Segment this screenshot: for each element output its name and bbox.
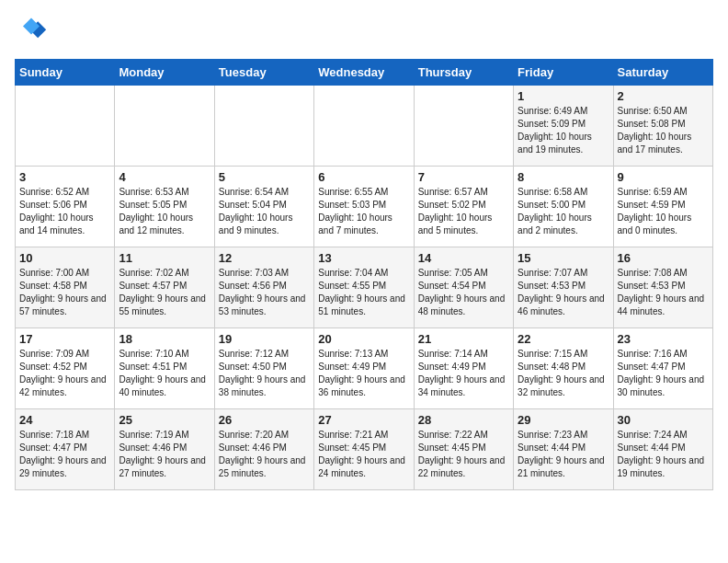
day-number: 1	[518, 89, 609, 103]
day-number: 3	[19, 170, 110, 184]
day-number: 16	[618, 251, 709, 265]
calendar-cell: 11Sunrise: 7:02 AMSunset: 4:57 PMDayligh…	[115, 247, 214, 328]
calendar-cell: 21Sunrise: 7:14 AMSunset: 4:49 PMDayligh…	[414, 328, 513, 409]
logo-icon	[15, 15, 48, 48]
calendar-cell: 27Sunrise: 7:21 AMSunset: 4:45 PMDayligh…	[314, 409, 414, 490]
calendar-cell	[214, 86, 313, 167]
weekday-header-friday: Friday	[514, 60, 613, 86]
day-info: Sunrise: 6:50 AMSunset: 5:08 PMDaylight:…	[618, 105, 709, 156]
day-number: 18	[119, 332, 210, 346]
weekday-header-sunday: Sunday	[16, 60, 115, 86]
day-number: 19	[219, 332, 310, 346]
calendar-cell: 14Sunrise: 7:05 AMSunset: 4:54 PMDayligh…	[414, 247, 513, 328]
day-info: Sunrise: 7:07 AMSunset: 4:53 PMDaylight:…	[518, 267, 609, 318]
day-number: 23	[618, 332, 709, 346]
calendar-cell: 25Sunrise: 7:19 AMSunset: 4:46 PMDayligh…	[115, 409, 214, 490]
calendar-cell: 12Sunrise: 7:03 AMSunset: 4:56 PMDayligh…	[214, 247, 313, 328]
calendar-cell: 8Sunrise: 6:58 AMSunset: 5:00 PMDaylight…	[514, 167, 613, 247]
calendar-cell: 6Sunrise: 6:55 AMSunset: 5:03 PMDaylight…	[314, 167, 414, 247]
day-info: Sunrise: 6:59 AMSunset: 4:59 PMDaylight:…	[618, 186, 709, 237]
calendar-cell: 29Sunrise: 7:23 AMSunset: 4:44 PMDayligh…	[514, 409, 613, 490]
day-info: Sunrise: 6:53 AMSunset: 5:05 PMDaylight:…	[119, 186, 210, 237]
calendar-week-row: 24Sunrise: 7:18 AMSunset: 4:47 PMDayligh…	[16, 409, 713, 490]
day-number: 24	[19, 413, 110, 427]
calendar-cell: 15Sunrise: 7:07 AMSunset: 4:53 PMDayligh…	[514, 247, 613, 328]
day-number: 26	[219, 413, 310, 427]
calendar-cell: 17Sunrise: 7:09 AMSunset: 4:52 PMDayligh…	[16, 328, 115, 409]
day-info: Sunrise: 6:55 AMSunset: 5:03 PMDaylight:…	[318, 186, 409, 237]
day-info: Sunrise: 6:58 AMSunset: 5:00 PMDaylight:…	[518, 186, 609, 237]
calendar-cell: 7Sunrise: 6:57 AMSunset: 5:02 PMDaylight…	[414, 167, 513, 247]
calendar-cell: 19Sunrise: 7:12 AMSunset: 4:50 PMDayligh…	[214, 328, 313, 409]
day-number: 4	[119, 170, 210, 184]
calendar-cell: 10Sunrise: 7:00 AMSunset: 4:58 PMDayligh…	[16, 247, 115, 328]
day-number: 29	[518, 413, 609, 427]
calendar-week-row: 10Sunrise: 7:00 AMSunset: 4:58 PMDayligh…	[16, 247, 713, 328]
weekday-header-monday: Monday	[115, 60, 214, 86]
day-number: 7	[418, 170, 509, 184]
day-number: 20	[318, 332, 409, 346]
calendar-cell	[16, 86, 115, 167]
day-info: Sunrise: 7:16 AMSunset: 4:47 PMDaylight:…	[618, 348, 709, 399]
day-number: 15	[518, 251, 609, 265]
day-info: Sunrise: 7:23 AMSunset: 4:44 PMDaylight:…	[518, 429, 609, 480]
logo	[15, 15, 51, 48]
weekday-header-saturday: Saturday	[613, 60, 712, 86]
calendar-week-row: 3Sunrise: 6:52 AMSunset: 5:06 PMDaylight…	[16, 167, 713, 247]
day-info: Sunrise: 7:24 AMSunset: 4:44 PMDaylight:…	[618, 429, 709, 480]
calendar-cell: 24Sunrise: 7:18 AMSunset: 4:47 PMDayligh…	[16, 409, 115, 490]
calendar-cell: 1Sunrise: 6:49 AMSunset: 5:09 PMDaylight…	[514, 86, 613, 167]
day-info: Sunrise: 6:52 AMSunset: 5:06 PMDaylight:…	[19, 186, 110, 237]
calendar-week-row: 1Sunrise: 6:49 AMSunset: 5:09 PMDaylight…	[16, 86, 713, 167]
day-number: 9	[618, 170, 709, 184]
calendar-body: 1Sunrise: 6:49 AMSunset: 5:09 PMDaylight…	[16, 86, 713, 490]
day-info: Sunrise: 7:02 AMSunset: 4:57 PMDaylight:…	[119, 267, 210, 318]
calendar-cell: 23Sunrise: 7:16 AMSunset: 4:47 PMDayligh…	[613, 328, 712, 409]
day-number: 12	[219, 251, 310, 265]
day-info: Sunrise: 6:57 AMSunset: 5:02 PMDaylight:…	[418, 186, 509, 237]
day-number: 27	[318, 413, 409, 427]
day-number: 13	[318, 251, 409, 265]
day-info: Sunrise: 7:10 AMSunset: 4:51 PMDaylight:…	[119, 348, 210, 399]
day-number: 6	[318, 170, 409, 184]
weekday-header-row: SundayMondayTuesdayWednesdayThursdayFrid…	[16, 60, 713, 86]
calendar-table: SundayMondayTuesdayWednesdayThursdayFrid…	[15, 59, 713, 490]
day-info: Sunrise: 7:15 AMSunset: 4:48 PMDaylight:…	[518, 348, 609, 399]
calendar-cell: 26Sunrise: 7:20 AMSunset: 4:46 PMDayligh…	[214, 409, 313, 490]
calendar-week-row: 17Sunrise: 7:09 AMSunset: 4:52 PMDayligh…	[16, 328, 713, 409]
day-info: Sunrise: 7:21 AMSunset: 4:45 PMDaylight:…	[318, 429, 409, 480]
calendar-cell: 22Sunrise: 7:15 AMSunset: 4:48 PMDayligh…	[514, 328, 613, 409]
day-number: 28	[418, 413, 509, 427]
day-info: Sunrise: 7:18 AMSunset: 4:47 PMDaylight:…	[19, 429, 110, 480]
day-number: 2	[618, 89, 709, 103]
day-number: 22	[518, 332, 609, 346]
calendar-cell: 28Sunrise: 7:22 AMSunset: 4:45 PMDayligh…	[414, 409, 513, 490]
day-number: 11	[119, 251, 210, 265]
calendar-header: SundayMondayTuesdayWednesdayThursdayFrid…	[16, 60, 713, 86]
day-number: 25	[119, 413, 210, 427]
day-number: 30	[618, 413, 709, 427]
calendar-cell: 18Sunrise: 7:10 AMSunset: 4:51 PMDayligh…	[115, 328, 214, 409]
calendar-cell: 4Sunrise: 6:53 AMSunset: 5:05 PMDaylight…	[115, 167, 214, 247]
calendar-cell: 2Sunrise: 6:50 AMSunset: 5:08 PMDaylight…	[613, 86, 712, 167]
day-info: Sunrise: 7:20 AMSunset: 4:46 PMDaylight:…	[219, 429, 310, 480]
calendar-cell: 5Sunrise: 6:54 AMSunset: 5:04 PMDaylight…	[214, 167, 313, 247]
calendar-cell: 13Sunrise: 7:04 AMSunset: 4:55 PMDayligh…	[314, 247, 414, 328]
calendar-cell: 9Sunrise: 6:59 AMSunset: 4:59 PMDaylight…	[613, 167, 712, 247]
day-info: Sunrise: 7:12 AMSunset: 4:50 PMDaylight:…	[219, 348, 310, 399]
day-info: Sunrise: 7:08 AMSunset: 4:53 PMDaylight:…	[618, 267, 709, 318]
weekday-header-thursday: Thursday	[414, 60, 513, 86]
day-info: Sunrise: 7:14 AMSunset: 4:49 PMDaylight:…	[418, 348, 509, 399]
day-number: 14	[418, 251, 509, 265]
day-number: 17	[19, 332, 110, 346]
day-info: Sunrise: 7:09 AMSunset: 4:52 PMDaylight:…	[19, 348, 110, 399]
day-number: 8	[518, 170, 609, 184]
day-number: 21	[418, 332, 509, 346]
day-info: Sunrise: 7:13 AMSunset: 4:49 PMDaylight:…	[318, 348, 409, 399]
day-number: 5	[219, 170, 310, 184]
page-header	[15, 15, 713, 48]
weekday-header-wednesday: Wednesday	[314, 60, 414, 86]
calendar-cell: 20Sunrise: 7:13 AMSunset: 4:49 PMDayligh…	[314, 328, 414, 409]
calendar-cell	[414, 86, 513, 167]
day-number: 10	[19, 251, 110, 265]
